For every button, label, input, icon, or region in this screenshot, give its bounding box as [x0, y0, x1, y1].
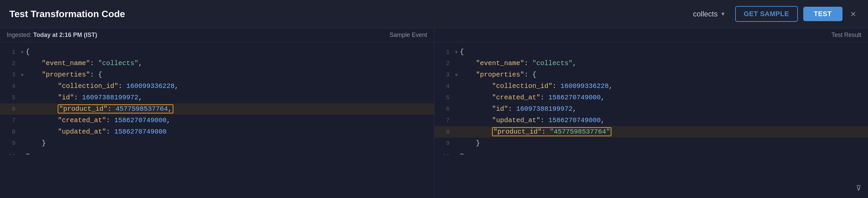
close-button[interactable]: × — [848, 8, 859, 20]
code-line: 4 "collection_id": 160099336228, — [434, 81, 868, 92]
collects-dropdown[interactable]: collects ▼ — [689, 8, 730, 21]
left-panel: Ingested: Today at 2:16 PM (IST) Sample … — [0, 28, 434, 198]
modal-header: Test Transformation Code collects ▼ GET … — [0, 0, 868, 28]
modal-title: Test Transformation Code — [9, 9, 125, 20]
header-controls: collects ▼ GET SAMPLE TEST × — [689, 6, 859, 22]
code-line: 8 "updated_at": 1586270749000 — [0, 126, 434, 138]
test-button[interactable]: TEST — [803, 7, 842, 21]
code-line: 2 "event_name": "collects", — [0, 58, 434, 69]
code-line: 5 "created_at": 1586270749000, — [434, 92, 868, 103]
right-panel: Test Result 1 ▼ { 2 "event_name": "colle… — [434, 28, 868, 198]
code-line: 2 "event_name": "collects", — [434, 58, 868, 69]
chevron-down-icon: ▼ — [720, 11, 726, 17]
code-line: 5 "id": 16097388199972, — [0, 92, 434, 103]
code-line: 8 "product_id": "4577598537764" — [434, 126, 868, 138]
code-line: 1 ▼ { — [0, 46, 434, 58]
code-line: 3 ▼ "properties": { — [0, 69, 434, 81]
left-code-area: 1 ▼ { 2 "event_name": "collects", 3 ▼ — [0, 42, 434, 198]
code-line: 6 "product_id": 4577598537764, — [0, 103, 434, 115]
code-line: -- ~ — [0, 149, 434, 161]
right-panel-header: Test Result — [434, 28, 868, 42]
test-result-label: Test Result — [832, 32, 861, 38]
code-line: -- ~ — [434, 149, 868, 161]
code-line: 1 ▼ { — [434, 46, 868, 58]
code-line: 7 "updated_at": 1586270749000, — [434, 115, 868, 126]
code-line: 9 } — [434, 138, 868, 149]
filter-button[interactable]: ⊽ — [856, 184, 861, 193]
code-line: 3 ▼ "properties": { — [434, 69, 868, 81]
ingested-timestamp: Today at 2:16 PM (IST) — [33, 32, 97, 38]
sample-event-label: Sample Event — [390, 32, 427, 38]
right-code-area: 1 ▼ { 2 "event_name": "collects", 3 ▼ — [434, 42, 868, 198]
code-line: 6 "id": 16097388199972, — [434, 103, 868, 115]
code-line: 4 "collection_id": 160099336228, — [0, 81, 434, 92]
panels-container: Ingested: Today at 2:16 PM (IST) Sample … — [0, 28, 868, 198]
get-sample-button[interactable]: GET SAMPLE — [735, 6, 798, 22]
code-line: 7 "created_at": 1586270749000, — [0, 115, 434, 126]
code-line: 9 } — [0, 138, 434, 149]
ingested-label: Ingested: Today at 2:16 PM (IST) — [7, 32, 97, 38]
left-panel-header: Ingested: Today at 2:16 PM (IST) Sample … — [0, 28, 434, 42]
dropdown-label: collects — [693, 10, 717, 19]
modal-container: Test Transformation Code collects ▼ GET … — [0, 0, 868, 198]
